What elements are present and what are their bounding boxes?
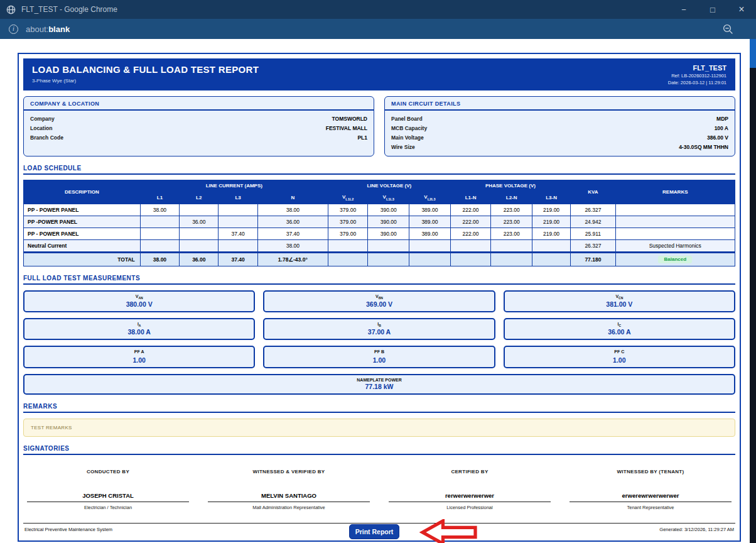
minimize-button[interactable]: − — [669, 0, 698, 19]
main-circuit-panel: MAIN CIRCUIT DETAILS Panel BoardMDP MCB … — [384, 96, 735, 156]
scrollbar-thumb[interactable] — [750, 39, 756, 68]
cell-l1 — [140, 228, 179, 239]
cell-vl1l3: 390.00 — [368, 216, 409, 228]
signatory-conducted-by: CONDUCTED BY JOSEPH CRISTAL Electrician … — [26, 469, 190, 510]
measurement-box-van: VAN380.00 V — [23, 290, 255, 312]
report-code: FLT_TEST — [668, 64, 726, 72]
cell-l2 — [180, 239, 219, 252]
cell-l3n: 219.00 — [532, 204, 571, 216]
cell-l3n: 219.00 — [532, 228, 571, 239]
col-remarks: REMARKS — [615, 180, 735, 204]
cell-l1n: 222.00 — [450, 216, 491, 228]
window-title: FLT_TEST - Google Chrome — [21, 5, 669, 14]
cell-l3n: 219.00 — [532, 216, 571, 228]
chrome-globe-icon — [6, 5, 16, 14]
cell-vl1l2: 379.00 — [328, 228, 367, 239]
location-row: LocationFESTIVAL MALL — [30, 123, 367, 133]
col-n: N — [257, 192, 328, 204]
col-l3n: L3-N — [532, 192, 571, 204]
cell-kva: 25.911 — [571, 228, 615, 239]
page-info-icon[interactable]: i — [9, 25, 18, 34]
report-subtitle: 3-Phase Wye (Star) — [32, 78, 259, 84]
load-schedule-table: DESCRIPTION LINE CURRENT (AMPS) LINE VOL… — [23, 180, 735, 266]
col-vl1l2: VL1L2 — [328, 192, 367, 204]
table-row: PP -POWER PANEL 36.00 36.00 379.00 390.0… — [24, 216, 735, 228]
col-vl1l3: VL1L3 — [368, 192, 409, 204]
total-l3: 37.40 — [219, 252, 257, 266]
company-row: CompanyTOMSWORLD — [30, 114, 367, 123]
page-content: LOAD BALANCING & FULL LOAD TEST REPORT 3… — [0, 39, 756, 543]
company-location-panel: COMPANY & LOCATION CompanyTOMSWORLD Loca… — [23, 96, 374, 156]
table-row: PP - POWER PANEL 37.40 37.40 379.00 390.… — [24, 228, 735, 239]
measurements-title: FULL LOAD TEST MEASUREMENTS — [23, 275, 735, 285]
url-page: blank — [48, 25, 70, 34]
balanced-badge: Balanced — [658, 256, 692, 263]
cell-vl2l3 — [409, 239, 451, 252]
cell-remarks — [615, 204, 735, 216]
report-ref: Ref: LB-20260312-112901 — [668, 73, 726, 79]
panel-board-row: Panel BoardMDP — [391, 114, 728, 123]
cell-l2n: 223.00 — [491, 228, 532, 239]
measurement-box-ib: IB37.00 A — [263, 318, 495, 340]
cell-l2 — [180, 228, 219, 239]
print-report-button[interactable]: Print Report — [349, 524, 399, 539]
col-group-line-voltage: LINE VOLTAGE (V) — [328, 180, 450, 192]
signatory-witnessed-verified: WITNESSED & VERIFIED BY MELVIN SANTIAGO … — [207, 469, 371, 510]
vertical-scrollbar[interactable] — [750, 39, 756, 543]
measurement-box-pfa: PF A1.00 — [23, 346, 255, 368]
cell-n: 38.00 — [257, 239, 328, 252]
measurement-box-pfb: PF B1.00 — [263, 346, 495, 368]
col-group-phase-voltage: PHASE VOLTAGE (V) — [450, 180, 570, 192]
cell-vl1l3: 390.00 — [368, 204, 409, 216]
total-kva: 77.180 — [571, 252, 615, 266]
cell-kva: 24.942 — [571, 216, 615, 228]
remarks-text: TEST REMARKS — [23, 419, 735, 437]
cell-vl1l2: 379.00 — [328, 204, 367, 216]
table-row: PP - POWER PANEL 38.00 38.00 379.00 390.… — [24, 204, 735, 216]
actions-row: Print Report — [0, 512, 756, 543]
cell-description: PP - POWER PANEL — [24, 204, 141, 216]
cell-l3 — [219, 216, 257, 228]
signatories-title: SIGNATORIES — [23, 445, 735, 455]
cell-vl2l3: 389.00 — [409, 228, 451, 239]
cell-n: 37.40 — [257, 228, 328, 239]
measurement-box-vbn: VBN369.00 V — [263, 290, 495, 312]
remarks-title: REMARKS — [23, 403, 735, 413]
measurement-box-pfc: PF C1.00 — [504, 346, 735, 368]
signatory-witnessed-tenant: WITNESSED BY (TENANT) erwerewrwerwerwer … — [568, 469, 733, 510]
cell-remarks: Suspected Harmonics — [615, 239, 735, 252]
window-titlebar: FLT_TEST - Google Chrome − □ × — [0, 0, 756, 19]
col-l1: L1 — [140, 192, 179, 204]
maximize-button[interactable]: □ — [698, 0, 727, 19]
circuit-panel-title: MAIN CIRCUIT DETAILS — [385, 97, 735, 111]
nameplate-power-box: NAMEPLATE POWER77.18 kW — [23, 374, 735, 395]
table-row: Neutral Current 38.00 26.327 Suspected H… — [24, 239, 735, 252]
cell-l2n — [491, 239, 532, 252]
cell-l2n: 223.00 — [491, 216, 532, 228]
cell-remarks — [615, 216, 735, 228]
cell-l2: 36.00 — [180, 216, 219, 228]
total-l2: 36.00 — [180, 252, 219, 266]
url-scheme: about: — [26, 25, 48, 34]
red-arrow-annotation — [419, 519, 478, 543]
cell-n: 36.00 — [257, 216, 328, 228]
col-kva: KVA — [571, 180, 615, 204]
company-panel-title: COMPANY & LOCATION — [24, 97, 374, 111]
cell-vl1l3 — [368, 239, 409, 252]
table-total-row: TOTAL 38.00 36.00 37.40 1.78∠-43.0° 77.1… — [24, 252, 735, 266]
cell-vl1l3: 390.00 — [368, 228, 409, 239]
cell-description: PP -POWER PANEL — [24, 216, 141, 228]
col-l2: L2 — [180, 192, 219, 204]
measurement-box-ic: IC36.00 A — [504, 318, 735, 340]
cell-l1: 38.00 — [140, 204, 179, 216]
zoom-out-icon[interactable] — [723, 24, 733, 35]
cell-l1n: 222.00 — [450, 228, 491, 239]
total-l1: 38.00 — [140, 252, 179, 266]
cell-description: PP - POWER PANEL — [24, 228, 141, 239]
cell-l3 — [219, 204, 257, 216]
total-n: 1.78∠-43.0° — [257, 252, 328, 266]
address-bar[interactable]: i about:blank — [0, 19, 756, 39]
url-text[interactable]: about:blank — [26, 25, 723, 34]
col-l3: L3 — [219, 192, 257, 204]
close-button[interactable]: × — [727, 0, 756, 19]
